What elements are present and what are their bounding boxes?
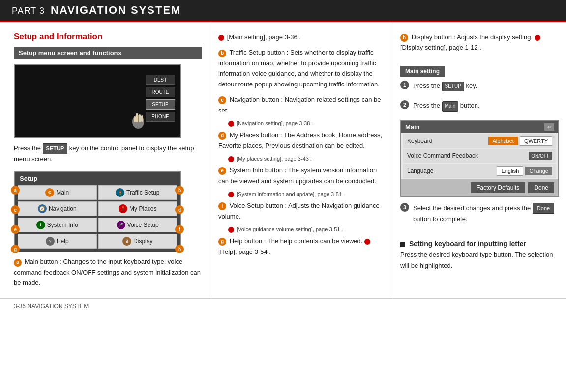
ref-icon-a [218,35,224,41]
ref-icon-f [228,227,234,233]
voice-feedback-label: Voice Command Feedback [407,152,485,159]
svg-rect-4 [134,116,136,122]
hand-icon [131,110,146,129]
main-setting-panel: Main ↩ Keyboard Alphabet QWERTY Voice Co… [400,120,559,197]
done-badge: Done [533,203,554,214]
traffic-icon: 🚦 [116,188,124,197]
factory-defaults-button[interactable]: Factory Defaults [471,182,525,193]
screen-btn-route: ROUTE [146,87,175,97]
screen-buttons: DEST ROUTE SETUP PHONE [146,75,175,122]
step-2-text: Press the Main button. [413,100,480,112]
menu-grid: ⚙ Main 🚦 Traffic Setup 🧭 Navigation 📍 My… [18,185,177,249]
grid-label-d: d [175,205,184,214]
circle-b: b [218,50,226,57]
done-button[interactable]: Done [528,182,554,193]
ref-e: [System information and update], page 3-… [228,191,386,197]
screen-btn-dest: DEST [146,75,175,85]
menu-cell-main[interactable]: ⚙ Main [18,185,97,200]
menu-cell-traffic[interactable]: 🚦 Traffic Setup [98,185,178,200]
info-icon: ℹ [36,221,45,229]
nav-icon: 🧭 [38,204,47,213]
step-3-num: 3 [400,203,409,212]
step-1-num: 1 [400,81,409,89]
circle-f: f [218,202,226,210]
ref-icon-e [228,192,234,197]
alphabet-button[interactable]: Alphabet [488,137,517,145]
screen-btn-phone: PHONE [146,112,175,122]
main-badge: Main [442,101,459,112]
grid-label-f: f [175,225,184,234]
circle-g: g [218,238,226,246]
item-d-text: My Places button : The Address book, Hom… [218,131,382,149]
setup-menu: Setup ⚙ Main 🚦 Traffic Setup 🧭 Navigatio… [14,171,181,252]
item-b: b Traffic Setup button : Sets whether to… [218,47,386,89]
ref-icon-c [228,121,234,127]
panel-row-language: Language English Change [403,164,556,178]
menu-cell-display[interactable]: 🖥 Display [98,234,178,249]
setup-screen-image: DEST ROUTE SETUP PHONE [14,64,181,138]
onoff-button[interactable]: ON/OFF [529,152,552,160]
menu-cell-help[interactable]: ? Help [18,234,97,249]
menu-cell-sysinfo[interactable]: ℹ System Info [18,218,97,232]
item-e: e System Info button : The system versio… [218,165,386,186]
item-g: g Help button : The help contents can be… [218,236,386,257]
places-icon: 📍 [119,204,127,213]
step-3-text: Select the desired changes and press the… [413,203,559,224]
voice-icon: 🎤 [117,221,125,229]
item-f-text: Voice Setup button : Adjusts the Navigat… [218,202,380,220]
step-2-num: 2 [400,100,409,109]
item-c: c Navigation button : Navigation related… [218,94,386,115]
item-h-text: Display button : Adjusts the display set… [412,33,533,41]
item-h: h Display button : Adjusts the display s… [400,32,559,53]
panel-row-keyboard: Keyboard Alphabet QWERTY [403,134,556,148]
svg-rect-2 [139,114,141,122]
ref-d: [My places setting], page 3-43 . [228,156,386,162]
menu-label-help: Help [57,238,69,245]
panel-row-voice-feedback: Voice Command Feedback ON/OFF [403,149,556,163]
svg-rect-3 [141,115,143,122]
right-column: h Display button : Adjusts the display s… [393,22,566,298]
bottom-description: a Main button : Changes to the input key… [14,256,202,288]
language-label: Language [407,168,495,174]
keyboard-section-title-text: Setting keyboard for inputting letter [409,240,526,248]
main-icon: ⚙ [45,188,54,197]
bottom-desc-a: Main button : Changes to the input keybo… [14,258,201,286]
ref-text-h: [Display setting], page 1-12 . [400,44,481,51]
page-header: PART 3 NAVIGATION SYSTEM [0,0,566,22]
menu-cell-voice[interactable]: 🎤 Voice Setup [98,218,178,232]
grid-label-b: b [175,186,184,195]
qwerty-button[interactable]: QWERTY [520,136,552,146]
item-b-text: Traffic Setup button : Sets whether to d… [218,49,380,87]
menu-cell-navigation[interactable]: 🧭 Navigation [18,201,97,216]
screen-btn-setup: SETUP [146,99,175,110]
grid-label-g: g [11,245,20,253]
menu-label-main: Main [56,189,69,196]
menu-cell-myplaces[interactable]: 📍 My Places [98,201,178,216]
black-square-icon [400,242,405,247]
header-part: PART 3 [12,6,45,16]
main-setting-label: Main setting [400,66,445,77]
ref-a: [Main setting], page 3-36 . [218,32,386,42]
item-f: f Voice Setup button : Adjusts the Navig… [218,200,386,222]
ref-icon-g [364,239,370,245]
ref-text-e: [System information and update], page 3-… [237,191,345,197]
display-icon: 🖥 [122,237,131,246]
menu-label-sysinfo: System Info [47,222,78,228]
setup-text-after: key on the control panel to display the … [14,144,194,163]
section-title: Setup and Information [14,32,202,42]
left-column: Setup and Information Setup menu screen … [0,22,211,298]
english-button[interactable]: English [497,166,523,176]
setup-badge: SETUP [442,82,464,92]
circle-h: h [400,34,408,42]
page-content: Setup and Information Setup menu screen … [0,22,566,298]
ref-text-f: [Voice guidance volume setting], page 3-… [237,226,343,232]
item-d: d My Places button : The Address book, H… [218,130,386,151]
menu-label-myplaces: My Places [129,205,156,212]
footer-text: 3-36 NAVIGATION SYSTEM [14,303,89,309]
item-g-text: Help button : The help contents can be v… [230,237,363,245]
panel-back-button[interactable]: ↩ [544,123,554,131]
change-button[interactable]: Change [525,167,552,175]
step-1-text: Press the SETUP key. [413,81,477,92]
item-e-text: System Info button : The system version … [218,167,377,184]
circle-d: d [218,132,226,140]
